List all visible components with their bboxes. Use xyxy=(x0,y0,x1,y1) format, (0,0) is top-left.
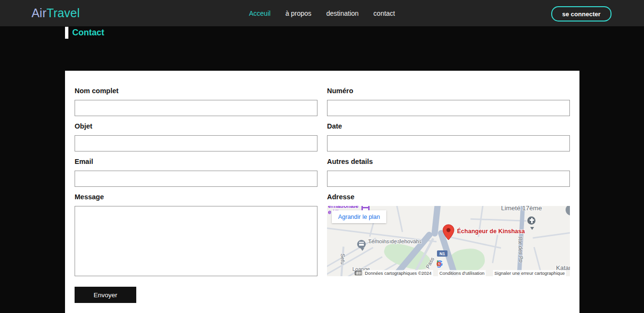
objet-label: Objet xyxy=(75,122,317,131)
page-title: Contact xyxy=(72,28,104,38)
kingdom-hall-icon-tail xyxy=(360,248,364,251)
map-street xyxy=(396,206,403,232)
date-input[interactable] xyxy=(327,135,570,151)
marker-label: Échangeur de Kinshasa xyxy=(457,228,525,235)
nom-complet-label: Nom complet xyxy=(75,87,317,96)
google-letter: e xyxy=(437,259,441,269)
keyboard-shortcuts-icon[interactable] xyxy=(355,271,362,275)
attribution-report-link[interactable]: Signaler une erreur cartographique xyxy=(493,270,566,276)
nav-link-acceuil[interactable]: Acceuil xyxy=(249,10,271,17)
kingdom-hall-label-line2: Témoins de Jehovah xyxy=(368,238,419,245)
map-attribution-bar: Données cartographiques ©2024 Conditions… xyxy=(327,270,570,276)
autres-details-label: Autres details xyxy=(327,158,570,167)
nav-link-contact[interactable]: contact xyxy=(373,10,395,17)
numero-label: Numéro xyxy=(327,87,570,96)
attribution-data: Données cartographiques ©2024 xyxy=(363,270,433,276)
attribution-terms-link[interactable]: Conditions d'utilisation xyxy=(438,270,486,276)
form-column-left: Nom complet Objet Email Message Envoyer xyxy=(75,87,317,303)
church-icon xyxy=(526,216,536,226)
district-label: Limeté 17ème xyxy=(501,206,542,212)
map-street xyxy=(533,232,570,238)
email-label: Email xyxy=(75,158,317,167)
street-name-rte-des-po: Rte des Po xyxy=(517,237,524,263)
adresse-label: Adresse xyxy=(327,193,570,202)
enlarge-map-link[interactable]: Agrandir le plan xyxy=(332,210,386,223)
nav-link-destination[interactable]: destination xyxy=(326,10,359,17)
heading-accent-bar xyxy=(65,27,68,39)
street-name-sefu: Sefu xyxy=(340,254,346,265)
road-badge-n1: N1 xyxy=(437,250,448,257)
google-map-embed[interactable]: ernationale e Kin Agrandir le plan Salle… xyxy=(327,206,570,276)
date-label: Date xyxy=(327,122,570,131)
kingdom-hall-icon xyxy=(357,240,366,248)
objet-input[interactable] xyxy=(75,135,317,151)
nav-link-a-propos[interactable]: à propos xyxy=(285,10,311,17)
map-street xyxy=(449,237,501,249)
map-street xyxy=(492,235,498,263)
contact-form-card: Nom complet Objet Email Message Envoyer … xyxy=(65,71,579,313)
email-input[interactable] xyxy=(75,171,317,187)
autres-details-input[interactable] xyxy=(327,171,570,187)
map-marker-pin-icon[interactable] xyxy=(442,224,455,240)
nav-links: Acceuil à propos destination contact xyxy=(0,0,644,26)
partial-pin-icon xyxy=(566,206,570,216)
numero-input[interactable] xyxy=(327,100,570,116)
navbar: AirTravel Acceuil à propos destination c… xyxy=(0,0,644,26)
church-icon-tail xyxy=(530,227,534,230)
section-heading: Contact xyxy=(65,27,104,39)
message-textarea[interactable] xyxy=(75,206,317,276)
login-button[interactable]: se connecter xyxy=(551,6,611,22)
envoyer-button[interactable]: Envoyer xyxy=(75,287,136,303)
message-label: Message xyxy=(75,193,317,202)
form-column-right: Numéro Date Autres details Adresse xyxy=(327,87,570,303)
nom-complet-input[interactable] xyxy=(75,100,317,116)
